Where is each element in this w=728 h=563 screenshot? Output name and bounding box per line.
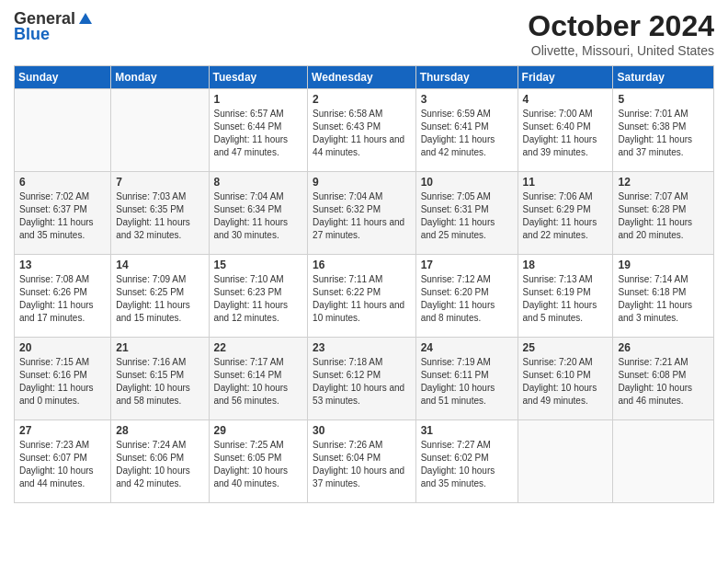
calendar-cell: [613, 420, 714, 503]
daylight: Daylight: 11 hours and 39 minutes.: [523, 134, 597, 157]
day-info: Sunrise: 7:11 AM Sunset: 6:22 PM Dayligh…: [313, 273, 411, 325]
day-number: 19: [618, 259, 709, 271]
sunset: Sunset: 6:12 PM: [313, 370, 381, 380]
day-number: 27: [19, 424, 106, 437]
day-info: Sunrise: 7:12 AM Sunset: 6:20 PM Dayligh…: [421, 273, 513, 325]
day-info: Sunrise: 6:57 AM Sunset: 6:44 PM Dayligh…: [214, 108, 303, 159]
daylight: Daylight: 11 hours and 0 minutes.: [19, 383, 94, 406]
day-number: 7: [116, 176, 203, 189]
logo-blue-text: Blue: [14, 25, 50, 44]
calendar-cell: [111, 89, 209, 172]
sunset: Sunset: 6:25 PM: [116, 287, 184, 297]
calendar-week-row: 13 Sunrise: 7:08 AM Sunset: 6:26 PM Dayl…: [15, 255, 714, 338]
calendar-cell: 15 Sunrise: 7:10 AM Sunset: 6:23 PM Dayl…: [209, 255, 308, 338]
day-number: 10: [421, 176, 513, 189]
calendar-cell: 14 Sunrise: 7:09 AM Sunset: 6:25 PM Dayl…: [111, 255, 209, 338]
day-number: 13: [19, 259, 106, 271]
day-info: Sunrise: 7:19 AM Sunset: 6:11 PM Dayligh…: [421, 356, 513, 408]
sunrise: Sunrise: 7:09 AM: [116, 274, 186, 284]
calendar-week-row: 6 Sunrise: 7:02 AM Sunset: 6:37 PM Dayli…: [15, 172, 714, 255]
calendar-week-row: 20 Sunrise: 7:15 AM Sunset: 6:16 PM Dayl…: [15, 338, 714, 420]
day-info: Sunrise: 7:13 AM Sunset: 6:19 PM Dayligh…: [523, 273, 609, 325]
month-title: October 2024: [528, 9, 714, 43]
daylight: Daylight: 11 hours and 47 minutes.: [214, 134, 289, 157]
day-info: Sunrise: 7:07 AM Sunset: 6:28 PM Dayligh…: [618, 190, 709, 242]
sunset: Sunset: 6:40 PM: [523, 121, 591, 132]
sunrise: Sunrise: 7:05 AM: [421, 191, 491, 201]
sunset: Sunset: 6:15 PM: [116, 370, 184, 380]
daylight: Daylight: 10 hours and 42 minutes.: [116, 465, 190, 488]
day-info: Sunrise: 7:01 AM Sunset: 6:38 PM Dayligh…: [618, 108, 709, 159]
sunrise: Sunrise: 7:19 AM: [421, 357, 491, 367]
sunrise: Sunrise: 7:24 AM: [116, 440, 186, 450]
daylight: Daylight: 10 hours and 49 minutes.: [523, 383, 597, 406]
daylight: Daylight: 11 hours and 5 minutes.: [523, 300, 597, 323]
day-info: Sunrise: 7:14 AM Sunset: 6:18 PM Dayligh…: [618, 273, 709, 325]
title-area: October 2024 Olivette, Missouri, United …: [528, 9, 714, 58]
sunset: Sunset: 6:44 PM: [214, 121, 282, 132]
daylight: Daylight: 10 hours and 37 minutes.: [313, 465, 404, 488]
day-number: 4: [523, 93, 609, 106]
weekday-header-sunday: Sunday: [15, 66, 111, 89]
day-number: 31: [421, 424, 513, 437]
weekday-header-wednesday: Wednesday: [308, 66, 416, 89]
daylight: Daylight: 10 hours and 53 minutes.: [313, 383, 404, 406]
weekday-header-thursday: Thursday: [415, 66, 518, 89]
day-number: 5: [618, 93, 709, 106]
day-number: 20: [19, 341, 106, 354]
day-info: Sunrise: 7:20 AM Sunset: 6:10 PM Dayligh…: [523, 356, 609, 408]
calendar-cell: 21 Sunrise: 7:16 AM Sunset: 6:15 PM Dayl…: [111, 338, 209, 420]
sunrise: Sunrise: 7:04 AM: [313, 191, 382, 201]
calendar-cell: 26 Sunrise: 7:21 AM Sunset: 6:08 PM Dayl…: [613, 338, 714, 420]
sunset: Sunset: 6:11 PM: [421, 370, 489, 380]
calendar-cell: 18 Sunrise: 7:13 AM Sunset: 6:19 PM Dayl…: [518, 255, 613, 338]
day-number: 6: [19, 176, 106, 189]
svg-marker-0: [79, 13, 92, 24]
day-number: 1: [214, 93, 303, 106]
day-info: Sunrise: 7:16 AM Sunset: 6:15 PM Dayligh…: [116, 356, 203, 408]
calendar-cell: 13 Sunrise: 7:08 AM Sunset: 6:26 PM Dayl…: [15, 255, 111, 338]
daylight: Daylight: 11 hours and 15 minutes.: [116, 300, 190, 323]
logo: General Blue: [14, 9, 94, 44]
day-number: 12: [618, 176, 709, 189]
daylight: Daylight: 11 hours and 30 minutes.: [214, 217, 289, 240]
calendar-cell: [15, 89, 111, 172]
sunset: Sunset: 6:19 PM: [523, 287, 591, 297]
day-number: 9: [313, 176, 411, 189]
day-info: Sunrise: 7:08 AM Sunset: 6:26 PM Dayligh…: [19, 273, 106, 325]
day-info: Sunrise: 7:17 AM Sunset: 6:14 PM Dayligh…: [214, 356, 303, 408]
day-number: 14: [116, 259, 203, 271]
day-info: Sunrise: 6:58 AM Sunset: 6:43 PM Dayligh…: [313, 108, 411, 159]
sunset: Sunset: 6:14 PM: [214, 370, 282, 380]
calendar-cell: 17 Sunrise: 7:12 AM Sunset: 6:20 PM Dayl…: [415, 255, 518, 338]
sunset: Sunset: 6:38 PM: [618, 121, 686, 132]
sunrise: Sunrise: 7:03 AM: [116, 191, 186, 201]
weekday-header-saturday: Saturday: [613, 66, 714, 89]
day-info: Sunrise: 7:25 AM Sunset: 6:05 PM Dayligh…: [214, 439, 303, 490]
sunset: Sunset: 6:23 PM: [214, 287, 282, 297]
calendar-cell: 12 Sunrise: 7:07 AM Sunset: 6:28 PM Dayl…: [613, 172, 714, 255]
daylight: Daylight: 10 hours and 51 minutes.: [421, 383, 495, 406]
day-info: Sunrise: 7:03 AM Sunset: 6:35 PM Dayligh…: [116, 190, 203, 242]
calendar-week-row: 1 Sunrise: 6:57 AM Sunset: 6:44 PM Dayli…: [15, 89, 714, 172]
daylight: Daylight: 11 hours and 25 minutes.: [421, 217, 495, 240]
sunset: Sunset: 6:31 PM: [421, 204, 489, 214]
logo-icon: [77, 11, 94, 28]
weekday-header-monday: Monday: [111, 66, 209, 89]
daylight: Daylight: 11 hours and 20 minutes.: [618, 217, 692, 240]
calendar-cell: 6 Sunrise: 7:02 AM Sunset: 6:37 PM Dayli…: [15, 172, 111, 255]
sunset: Sunset: 6:34 PM: [214, 204, 282, 214]
day-number: 16: [313, 259, 411, 271]
sunrise: Sunrise: 7:14 AM: [618, 274, 688, 284]
sunrise: Sunrise: 7:10 AM: [214, 274, 284, 284]
day-number: 8: [214, 176, 303, 189]
calendar-cell: 3 Sunrise: 6:59 AM Sunset: 6:41 PM Dayli…: [415, 89, 518, 172]
sunrise: Sunrise: 7:08 AM: [19, 274, 89, 284]
day-info: Sunrise: 7:05 AM Sunset: 6:31 PM Dayligh…: [421, 190, 513, 242]
sunset: Sunset: 6:05 PM: [214, 453, 282, 463]
day-number: 11: [523, 176, 609, 189]
calendar-cell: 31 Sunrise: 7:27 AM Sunset: 6:02 PM Dayl…: [415, 420, 518, 503]
calendar-cell: 22 Sunrise: 7:17 AM Sunset: 6:14 PM Dayl…: [209, 338, 308, 420]
sunrise: Sunrise: 6:58 AM: [313, 109, 382, 119]
calendar-cell: 2 Sunrise: 6:58 AM Sunset: 6:43 PM Dayli…: [308, 89, 416, 172]
